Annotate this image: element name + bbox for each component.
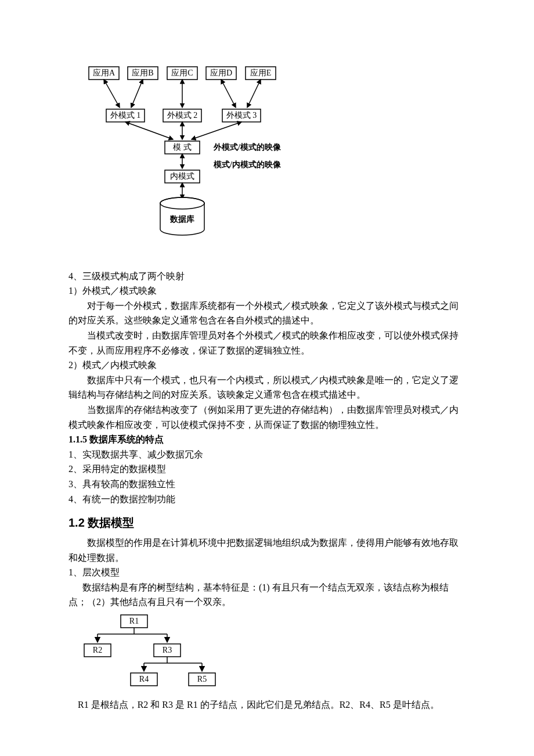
ext-1-label: 外模式 1 — [110, 111, 141, 120]
svg-line-6 — [131, 80, 143, 107]
app-c-label: 应用C — [171, 69, 193, 77]
node-r1: R1 — [129, 617, 139, 625]
node-r2: R2 — [93, 646, 102, 654]
document-page: 应用A 应用B 应用C 应用D 应用E — [0, 0, 534, 756]
schema-label: 模 式 — [173, 143, 192, 152]
para-6: 数据结构是有序的树型结构，基本特征是：(1) 有且只有一个结点无双亲，该结点称为… — [68, 580, 466, 610]
svg-line-5 — [104, 80, 120, 107]
para-2: 当模式改变时，由数据库管理员对各个外模式／模式的映象作相应改变，可以使外模式保持… — [68, 328, 466, 358]
feature-4: 4、有统一的数据控制功能 — [68, 492, 466, 507]
sub-2: 2）模式／内模式映象 — [68, 358, 466, 373]
para-3: 数据库中只有一个模式，也只有一个内模式，所以模式／内模式映象是唯一的，它定义了逻… — [68, 373, 466, 402]
model-1: 1、层次模型 — [68, 565, 466, 580]
db-label: 数据库 — [169, 214, 194, 224]
app-row: 应用A 应用B 应用C 应用D 应用E — [89, 67, 276, 80]
schema-diagram: 应用A 应用B 应用C 应用D 应用E — [86, 64, 466, 249]
feature-3: 3、具有较高的数据独立性 — [68, 477, 466, 492]
app-d-label: 应用D — [210, 69, 232, 77]
svg-line-8 — [221, 80, 236, 107]
node-r3: R3 — [163, 646, 172, 654]
svg-line-15 — [192, 122, 241, 139]
para-1: 对于每一个外模式，数据库系统都有一个外模式／模式映象，它定义了该外模式与模式之间… — [68, 298, 466, 328]
schema-svg: 应用A 应用B 应用C 应用D 应用E — [86, 64, 306, 244]
node-r4: R4 — [139, 675, 149, 683]
tree-caption: R1 是根结点，R2 和 R3 是 R1 的子结点，因此它们是兄弟结点。R2、R… — [68, 697, 466, 712]
app-e-label: 应用E — [250, 69, 272, 77]
tree-svg: R1 R2 R3 R4 R5 — [80, 612, 231, 690]
ext-2-label: 外模式 2 — [167, 111, 198, 120]
svg-line-13 — [125, 122, 173, 139]
ext-3-label: 外模式 3 — [226, 111, 257, 120]
feature-2: 2、采用特定的数据模型 — [68, 462, 466, 477]
para-5: 数据模型的作用是在计算机环境中把数据逻辑地组织成为数据库，使得用户能够有效地存取… — [68, 535, 466, 565]
tree-diagram: R1 R2 R3 R4 R5 — [80, 612, 466, 695]
node-r5: R5 — [197, 675, 207, 683]
app-b-label: 应用B — [132, 69, 153, 77]
para-4: 当数据库的存储结构改变了（例如采用了更先进的存储结构），由数据库管理员对模式／内… — [68, 402, 466, 432]
note-1: 外模式/模式的映像 — [213, 143, 282, 152]
feature-1: 1、实现数据共享、减少数据冗余 — [68, 447, 466, 462]
note-2: 模式/内模式的映像 — [213, 160, 282, 169]
svg-line-9 — [247, 80, 261, 107]
heading-1-2: 1.2 数据模型 — [68, 513, 466, 532]
heading-1-1-5: 1.1.5 数据库系统的特点 — [68, 432, 466, 447]
sub-1: 1）外模式／模式映象 — [68, 283, 466, 298]
internal-label: 内模式 — [170, 172, 194, 181]
list-item-4: 4、三级模式构成了两个映射 — [68, 269, 466, 284]
app-a-label: 应用A — [93, 69, 116, 77]
